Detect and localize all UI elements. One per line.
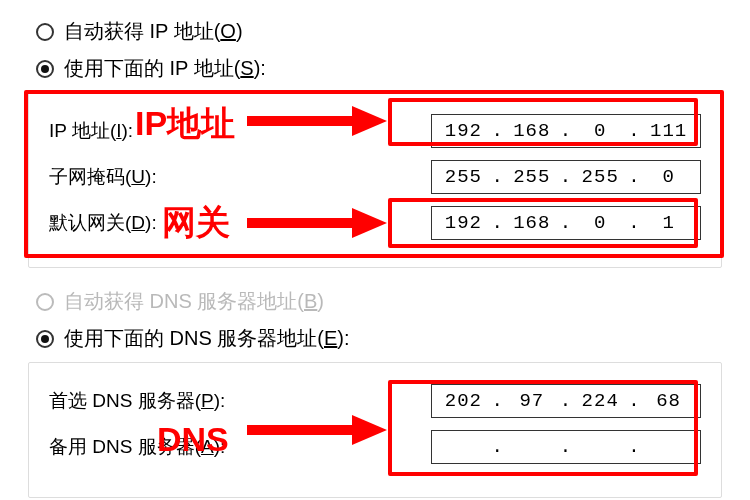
- radio-manual-dns[interactable]: 使用下面的 DNS 服务器地址(E):: [36, 325, 714, 352]
- field-label: 首选 DNS 服务器(P):: [49, 388, 225, 414]
- svg-marker-3: [352, 208, 387, 238]
- radio-auto-dns[interactable]: 自动获得 DNS 服务器地址(B): [36, 288, 714, 315]
- svg-marker-5: [352, 415, 387, 445]
- radio-label: 自动获得 DNS 服务器地址(B): [64, 288, 324, 315]
- radio-auto-ip[interactable]: 自动获得 IP 地址(O): [36, 18, 714, 45]
- radio-label: 使用下面的 IP 地址(S):: [64, 55, 266, 82]
- subnet-mask-input[interactable]: 255. 255. 255. 0: [431, 160, 701, 194]
- svg-marker-1: [352, 106, 387, 136]
- radio-manual-ip[interactable]: 使用下面的 IP 地址(S):: [36, 55, 714, 82]
- annotation-text-ip: IP地址: [135, 101, 235, 147]
- field-label: 子网掩码(U):: [49, 164, 157, 190]
- radio-label: 自动获得 IP 地址(O): [64, 18, 243, 45]
- gateway-input[interactable]: 192. 168. 0. 1: [431, 206, 701, 240]
- annotation-text-dns: DNS: [157, 420, 229, 459]
- annotation-text-gateway: 网关: [162, 200, 230, 246]
- arrow-icon: [247, 413, 387, 447]
- radio-icon: [36, 330, 54, 348]
- preferred-dns-input[interactable]: 202. 97. 224. 68: [431, 384, 701, 418]
- radio-icon: [36, 60, 54, 78]
- field-label: 默认网关(D):: [49, 210, 157, 236]
- radio-label: 使用下面的 DNS 服务器地址(E):: [64, 325, 350, 352]
- ip-address-input[interactable]: 192. 168. 0. 111: [431, 114, 701, 148]
- field-label: IP 地址(I):: [49, 118, 133, 144]
- alternate-dns-input[interactable]: . . .: [431, 430, 701, 464]
- radio-icon: [36, 293, 54, 311]
- arrow-icon: [247, 206, 387, 240]
- radio-icon: [36, 23, 54, 41]
- arrow-icon: [247, 104, 387, 138]
- field-subnet-mask: 子网掩码(U): 255. 255. 255. 0: [49, 159, 701, 195]
